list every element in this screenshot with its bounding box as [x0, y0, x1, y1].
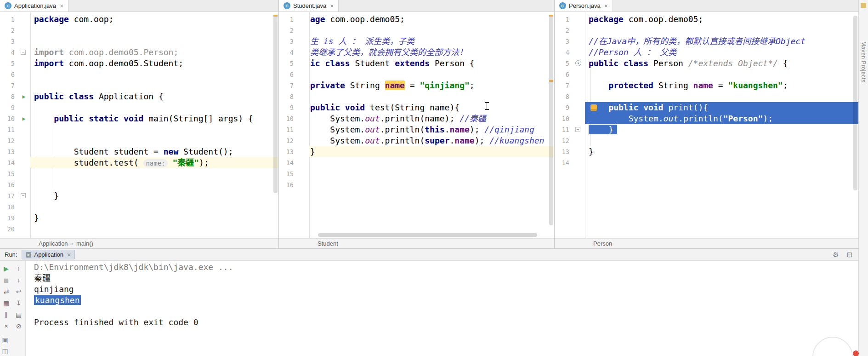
breadcrumb-item[interactable]: Application — [39, 240, 68, 247]
code-line[interactable]: 4−import com.oop.demo05.Person; — [0, 47, 278, 58]
subclassed-class-icon[interactable]: ▼ — [575, 60, 581, 66]
up-stack-icon[interactable]: ↑ — [15, 264, 23, 273]
tab-student-java[interactable]: C Student.java × — [279, 0, 339, 11]
code-line[interactable]: 9public void test(String name){ — [279, 102, 554, 113]
code-line[interactable]: 17− } — [0, 190, 278, 201]
hide-panel-icon[interactable]: ⊟ — [845, 251, 854, 259]
close-tab-icon[interactable]: × — [60, 2, 63, 10]
warning-stripe-mark[interactable] — [549, 15, 553, 17]
print-icon[interactable]: ▤ — [15, 310, 23, 319]
close-run-tab-icon[interactable]: × — [67, 251, 71, 258]
stop-icon[interactable]: ◼ — [2, 276, 11, 284]
code-line[interactable]: 9 public void print(){ — [555, 102, 858, 113]
editor-body[interactable]: 1age com.oop.demo05;23生 is 人 ： 派生类，子类4类继… — [279, 12, 554, 238]
settings-icon[interactable]: ⚙ — [832, 251, 840, 259]
code-line[interactable]: 6 — [279, 69, 554, 80]
run-button-icon[interactable]: ▶ — [21, 115, 27, 122]
tab-application-java[interactable]: C Application.java × — [0, 0, 68, 11]
vertical-scrollbar[interactable] — [853, 16, 857, 190]
breadcrumb-item[interactable]: main() — [76, 240, 93, 247]
code-line[interactable]: 3生 is 人 ： 派生类，子类 — [279, 36, 554, 47]
code-line[interactable]: 4//Person 人 ： 父类 — [555, 47, 858, 58]
close-tab-icon[interactable]: × — [604, 2, 608, 10]
code-line[interactable]: 15 — [279, 168, 554, 179]
rerun-icon[interactable]: ▶ — [2, 264, 11, 273]
code-line[interactable]: 20 — [0, 224, 278, 235]
code-line[interactable]: 4类继承了父类，就会拥有父类的全部方法！ — [279, 47, 554, 58]
fold-marker-icon[interactable]: − — [21, 193, 26, 198]
warning-stripe-mark[interactable] — [549, 80, 553, 82]
code-line[interactable]: 1package com.oop.demo05; — [555, 14, 858, 25]
tab-person-java[interactable]: C Person.java × — [555, 0, 613, 11]
code-line[interactable]: 10 System.out.println(name); //秦疆 — [279, 113, 554, 124]
code-line[interactable]: 8 — [279, 91, 554, 102]
hidden-toolwindow-icon[interactable]: ◫ — [1, 347, 9, 355]
toolwindow-switcher-icon[interactable]: ▣ — [1, 336, 9, 344]
code-line[interactable]: 2 — [0, 25, 278, 36]
warning-stripe-mark[interactable] — [273, 15, 278, 17]
code-line[interactable]: 18 — [0, 201, 278, 212]
code-line[interactable]: 12 System.out.println(super.name); //kua… — [279, 135, 554, 146]
intention-bulb-icon[interactable] — [590, 104, 597, 111]
console-output[interactable]: D:\Environment\jdk8\jdk\bin\java.exe ...… — [26, 261, 858, 356]
code-line[interactable]: 15 — [0, 168, 278, 179]
code-line[interactable]: 13} — [279, 146, 554, 157]
code-line[interactable]: 11 — [0, 124, 278, 135]
run-tab-application[interactable]: ▶ Application × — [22, 250, 75, 259]
code-line[interactable]: 9 — [0, 102, 278, 113]
code-line[interactable]: 6 — [555, 69, 858, 80]
code-line[interactable]: 1age com.oop.demo05; — [279, 14, 554, 25]
pause-output-icon[interactable]: ∥ — [2, 310, 11, 319]
editor-body[interactable]: 1package com.oop.demo05;23//在Java中，所有的类，… — [555, 12, 858, 238]
code-line[interactable]: 11 System.out.println(this.name); //qinj… — [279, 124, 554, 135]
code-line[interactable]: 14 student.test( name: "秦疆"); — [0, 157, 278, 168]
code-line[interactable]: 2 — [555, 25, 858, 36]
fold-marker-icon[interactable]: − — [575, 127, 580, 132]
code-line[interactable]: 14 — [279, 157, 554, 168]
code-line[interactable]: 8 — [555, 91, 858, 102]
restore-layout-icon[interactable]: ▦ — [2, 299, 11, 307]
breadcrumb-item[interactable]: Student — [318, 240, 338, 247]
code-line[interactable]: 16 — [0, 179, 278, 190]
code-line[interactable]: 2 — [279, 25, 554, 36]
code-line[interactable]: 12 — [555, 135, 858, 146]
close-icon[interactable]: × — [2, 322, 11, 330]
code-line[interactable]: 7private String name = "qinjiang"; — [279, 80, 554, 91]
class-file-icon: C — [284, 2, 290, 9]
code-line[interactable]: 11− } — [555, 124, 858, 135]
code-line[interactable]: 7 — [0, 80, 278, 91]
restart-icon[interactable]: ⇄ — [2, 287, 11, 296]
code-line[interactable]: 1package com.oop; — [0, 14, 278, 25]
code-line[interactable]: 19} — [0, 212, 278, 224]
scroll-to-end-icon[interactable]: ↧ — [15, 299, 23, 307]
code-line[interactable]: 5ic class Student extends Person { — [279, 58, 554, 69]
fold-marker-icon[interactable]: − — [21, 50, 26, 55]
inspections-indicator-icon[interactable] — [861, 3, 866, 8]
code-line[interactable]: 8▶public class Application { — [0, 91, 278, 102]
horizontal-scrollbar[interactable] — [311, 233, 547, 237]
clear-all-icon[interactable]: ⊘ — [15, 322, 23, 330]
code-line[interactable]: 13} — [555, 146, 858, 157]
code-line[interactable]: 5import com.oop.demo05.Student; — [0, 58, 278, 69]
soft-wrap-icon[interactable]: ↩ — [15, 287, 23, 296]
code-line[interactable]: 14 — [555, 157, 858, 168]
run-button-icon[interactable]: ▶ — [21, 93, 27, 100]
code-line[interactable]: 16 — [279, 179, 554, 190]
tool-button-maven-projects[interactable]: Maven Projects — [860, 41, 867, 83]
vertical-scrollbar[interactable] — [549, 16, 553, 225]
code-line[interactable]: 10▶ public static void main(String[] arg… — [0, 113, 278, 124]
breadcrumb-item[interactable]: Person — [593, 240, 612, 247]
code-line[interactable]: 3 — [0, 36, 278, 47]
code-line[interactable]: 10 System.out.println("Person"); — [555, 113, 858, 124]
editor-body[interactable]: 1package com.oop;234−import com.oop.demo… — [0, 12, 278, 238]
code-line[interactable]: 5▼public class Person /*extends Object*/… — [555, 58, 858, 69]
code-line[interactable]: 13 Student student = new Student(); — [0, 146, 278, 157]
code-line[interactable]: 6 — [0, 69, 278, 80]
code-line[interactable]: 3//在Java中，所有的类，都默认直接或者间接继承Object — [555, 36, 858, 47]
code-line[interactable]: 12 — [0, 135, 278, 146]
close-tab-icon[interactable]: × — [330, 2, 334, 10]
code-text: System.out.println(this.name); //qinjian… — [309, 124, 554, 135]
vertical-scrollbar[interactable] — [273, 16, 278, 193]
down-stack-icon[interactable]: ↓ — [15, 276, 23, 284]
code-line[interactable]: 7 protected String name = "kuangshen"; — [555, 80, 858, 91]
